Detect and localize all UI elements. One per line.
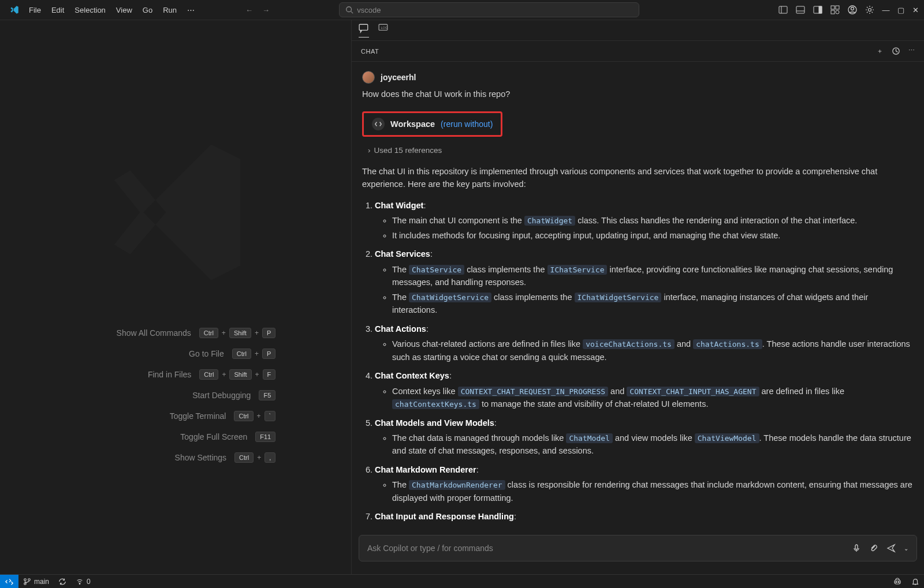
window-maximize-icon[interactable]: ▢	[897, 6, 904, 14]
chat-answer: The chat UI in this repository is implem…	[362, 165, 914, 523]
menu-run[interactable]: Run	[158, 3, 181, 17]
layout-sidebar-right-icon[interactable]	[813, 5, 822, 14]
chat-panel: LOG CHAT ＋ ⋯ joyceerhl How does the chat…	[351, 20, 924, 574]
answer-item: Chat Widget: The main chat UI component …	[375, 199, 914, 242]
menu-more[interactable]: ⋯	[182, 3, 199, 17]
vscode-icon	[9, 5, 20, 15]
code-icon	[372, 118, 385, 130]
chat-section-header: CHAT ＋ ⋯	[352, 41, 924, 62]
nav-forward-icon[interactable]: →	[262, 6, 270, 14]
user-row: joyceerhl	[362, 71, 914, 84]
menu-file[interactable]: File	[24, 3, 46, 17]
svg-rect-7	[819, 6, 822, 13]
attach-icon[interactable]	[869, 544, 878, 553]
chevron-right-icon: ›	[368, 146, 371, 155]
editor-empty-area: Show All Commands Ctrl+Shift+P Go to Fil…	[0, 20, 351, 574]
send-dropdown-icon[interactable]: ⌄	[904, 545, 908, 552]
account-icon[interactable]	[848, 5, 857, 14]
menubar: File Edit Selection View Go Run ⋯	[24, 3, 199, 17]
layout-customize-icon[interactable]	[830, 5, 840, 14]
shortcut-toggle-terminal: Toggle Terminal Ctrl+`	[76, 411, 276, 421]
answer-item: Chat Models and View Models: The chat da…	[375, 417, 914, 458]
history-icon[interactable]	[892, 47, 900, 55]
notifications-icon[interactable]	[907, 577, 924, 586]
answer-item: Chat Services: The ChatService class imp…	[375, 248, 914, 316]
remote-indicator[interactable]	[0, 575, 18, 588]
branch-indicator[interactable]: main	[18, 578, 54, 586]
titlebar-right: — ▢ ✕	[778, 5, 919, 14]
mic-icon[interactable]	[852, 544, 861, 553]
svg-text:LOG: LOG	[381, 26, 388, 29]
chat-tab-icon[interactable]	[359, 23, 369, 38]
send-icon[interactable]	[886, 544, 896, 553]
svg-point-20	[24, 578, 27, 580]
svg-point-26	[898, 581, 899, 582]
username: joyceerhl	[381, 73, 416, 82]
sync-indicator[interactable]	[54, 578, 71, 586]
chat-input-field[interactable]	[367, 544, 845, 553]
window-close-icon[interactable]: ✕	[912, 6, 919, 14]
rerun-without-link[interactable]: (rerun without)	[441, 119, 493, 129]
avatar	[362, 71, 375, 84]
chat-body: joyceerhl How does the chat UI work in t…	[352, 62, 924, 531]
answer-item: Chat Input and Response Handling:	[375, 510, 914, 523]
svg-rect-19	[855, 545, 858, 549]
svg-point-0	[346, 7, 352, 12]
menu-edit[interactable]: Edit	[47, 3, 69, 17]
answer-item: Chat Markdown Renderer: The ChatMarkdown…	[375, 463, 914, 504]
svg-rect-8	[831, 6, 834, 9]
layout-sidebar-left-icon[interactable]	[778, 5, 788, 14]
chat-log-tab-icon[interactable]: LOG	[378, 23, 389, 38]
svg-point-23	[79, 583, 80, 584]
svg-rect-9	[836, 6, 839, 9]
shortcuts-list: Show All Commands Ctrl+Shift+P Go to Fil…	[76, 328, 276, 463]
references-toggle[interactable]: › Used 15 references	[368, 146, 914, 155]
shortcut-start-debugging: Start Debugging F5	[76, 390, 276, 400]
svg-point-13	[851, 8, 854, 10]
shortcut-show-settings: Show Settings Ctrl+,	[76, 452, 276, 463]
titlebar: File Edit Selection View Go Run ⋯ ← → vs…	[0, 0, 924, 20]
svg-line-1	[351, 12, 353, 14]
chat-tabs: LOG	[352, 20, 924, 41]
vscode-watermark-icon	[95, 132, 256, 293]
svg-rect-15	[359, 24, 368, 30]
shortcut-show-commands: Show All Commands Ctrl+Shift+P	[76, 328, 276, 338]
menu-selection[interactable]: Selection	[70, 3, 110, 17]
ports-indicator[interactable]: 0	[71, 578, 95, 586]
search-text: vscode	[357, 6, 381, 14]
statusbar: main 0	[0, 574, 924, 588]
svg-rect-2	[779, 6, 787, 13]
chat-header-label: CHAT	[361, 48, 379, 55]
search-icon	[345, 6, 353, 14]
copilot-status-icon[interactable]	[888, 577, 907, 586]
svg-point-14	[868, 9, 871, 12]
nav-arrows: ← →	[245, 6, 270, 14]
menu-go[interactable]: Go	[138, 3, 157, 17]
answer-item: Chat Context Keys: Context keys like CON…	[375, 369, 914, 410]
layout-panel-icon[interactable]	[796, 5, 805, 14]
menu-view[interactable]: View	[111, 3, 137, 17]
user-question: How does the chat UI work in this repo?	[362, 89, 914, 99]
new-chat-icon[interactable]: ＋	[877, 47, 884, 55]
shortcut-go-to-file: Go to File Ctrl+P	[76, 349, 276, 359]
command-center[interactable]: vscode	[339, 2, 639, 17]
chat-input[interactable]: ⌄	[359, 535, 917, 561]
svg-rect-4	[796, 6, 804, 13]
settings-gear-icon[interactable]	[865, 5, 874, 14]
workspace-label: Workspace	[390, 119, 435, 129]
svg-point-11	[836, 10, 839, 14]
code-ref[interactable]: ChatWidget	[524, 216, 575, 226]
more-actions-icon[interactable]: ⋯	[908, 47, 915, 55]
svg-rect-10	[831, 10, 834, 14]
window-minimize-icon[interactable]: —	[882, 6, 889, 14]
answer-item: Chat Actions: Various chat-related actio…	[375, 323, 914, 364]
svg-point-22	[28, 578, 31, 580]
svg-point-25	[896, 581, 897, 582]
shortcut-find-in-files: Find in Files Ctrl+Shift+F	[76, 369, 276, 380]
workspace-agent-badge: Workspace (rerun without)	[362, 111, 502, 137]
nav-back-icon[interactable]: ←	[245, 6, 253, 14]
shortcut-toggle-fullscreen: Toggle Full Screen F11	[76, 432, 276, 442]
